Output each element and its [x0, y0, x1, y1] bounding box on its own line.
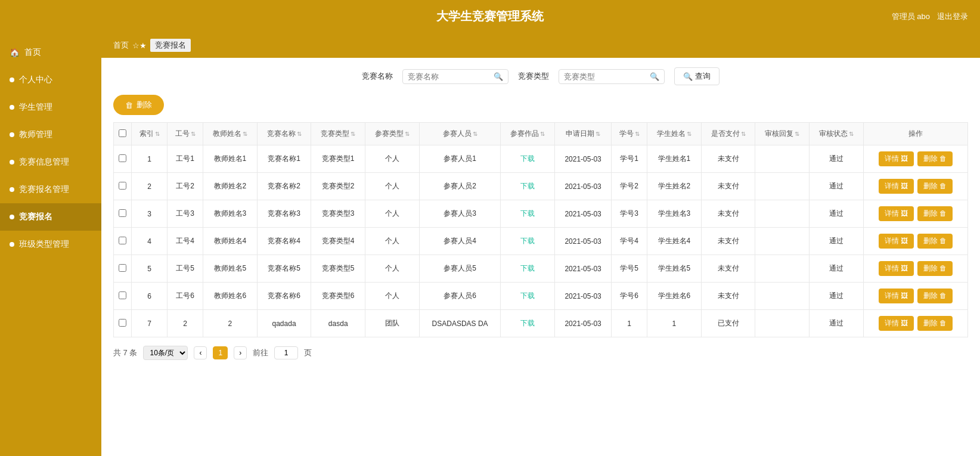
- cell-paid: 未支付: [701, 145, 755, 173]
- cell-date: 2021-05-03: [555, 200, 612, 228]
- detail-button[interactable]: 详情 🖼: [879, 179, 914, 194]
- cell-comp-name: qadada: [257, 310, 311, 337]
- prev-page-button[interactable]: ‹: [194, 346, 207, 359]
- select-all-checkbox[interactable]: [119, 129, 126, 137]
- cell-work[interactable]: 下载: [501, 145, 555, 173]
- cell-work[interactable]: 下载: [501, 283, 555, 310]
- cell-action: 详情 🖼 删除 🗑: [863, 310, 967, 337]
- th-stu-no: 学号⇅: [612, 123, 647, 145]
- search-name-wrap: 🔍: [402, 69, 508, 84]
- download-link[interactable]: 下载: [520, 209, 535, 218]
- detail-button[interactable]: 详情 🖼: [879, 289, 914, 303]
- logout-button[interactable]: 退出登录: [937, 11, 968, 22]
- pagination: 共 7 条 10条/页 20条/页 50条/页 ‹ 1 › 前往 页: [113, 346, 968, 360]
- table-row: 7 2 2 qadada dasda 团队 DSADASDAS DA 下载 20…: [114, 310, 968, 337]
- main-content: 首页 ☆★ 竞赛报名 竞赛名称 🔍 竞赛类型 🔍 🔍 查询: [101, 33, 980, 456]
- row-checkbox[interactable]: [119, 237, 126, 244]
- search-name-input[interactable]: [408, 72, 491, 81]
- sidebar-item-class-type[interactable]: 班级类型管理: [0, 231, 101, 258]
- delete-row-button[interactable]: 删除 🗑: [917, 179, 953, 194]
- page-1-button[interactable]: 1: [213, 346, 228, 359]
- table-row: 4 工号4 教师姓名4 竞赛名称4 竞赛类型4 个人 参赛人员4 下载 2021…: [114, 228, 968, 255]
- delete-row-button[interactable]: 删除 🗑: [917, 151, 953, 166]
- cell-date: 2021-05-03: [555, 283, 612, 310]
- cell-stu-no: 学号2: [612, 173, 647, 200]
- cell-entry-type: 个人: [365, 173, 420, 200]
- row-checkbox[interactable]: [119, 319, 126, 327]
- th-participants: 参赛人员⇅: [419, 123, 501, 145]
- cell-review-reply: [755, 200, 810, 228]
- download-link[interactable]: 下载: [520, 291, 535, 300]
- row-checkbox-cell: [114, 228, 132, 255]
- sidebar-item-competition-info[interactable]: 竞赛信息管理: [0, 148, 101, 176]
- row-checkbox-cell: [114, 200, 132, 228]
- cell-date: 2021-05-03: [555, 145, 612, 173]
- cell-comp-type: 竞赛类型5: [311, 255, 365, 283]
- th-action: 操作: [863, 123, 967, 145]
- detail-button[interactable]: 详情 🖼: [879, 234, 914, 249]
- cell-action: 详情 🖼 删除 🗑: [863, 283, 967, 310]
- detail-button[interactable]: 详情 🖼: [879, 151, 914, 166]
- cell-stu-name: 学生姓名6: [647, 283, 702, 310]
- delete-icon: 🗑: [125, 101, 133, 110]
- cell-index: 5: [132, 255, 168, 283]
- sidebar-item-label: 班级类型管理: [19, 239, 69, 250]
- download-link[interactable]: 下载: [520, 237, 535, 245]
- cell-paid: 未支付: [701, 283, 755, 310]
- delete-row-button[interactable]: 删除 🗑: [917, 261, 953, 276]
- cell-comp-type: 竞赛类型4: [311, 228, 365, 255]
- delete-row-button[interactable]: 删除 🗑: [917, 206, 953, 221]
- row-checkbox-cell: [114, 283, 132, 310]
- detail-button[interactable]: 详情 🖼: [879, 261, 914, 276]
- sidebar-item-home[interactable]: 🏠 首页: [0, 39, 101, 66]
- cell-participants: 参赛人员6: [419, 283, 501, 310]
- user-label: 管理员 abo: [892, 11, 930, 22]
- goto-page-input[interactable]: [274, 346, 298, 359]
- delete-row-button[interactable]: 删除 🗑: [917, 289, 953, 303]
- cell-entry-type: 个人: [365, 283, 420, 310]
- dot-icon: [10, 77, 14, 82]
- download-link[interactable]: 下载: [520, 319, 535, 327]
- cell-paid: 未支付: [701, 255, 755, 283]
- cell-paid: 未支付: [701, 228, 755, 255]
- cell-work[interactable]: 下载: [501, 173, 555, 200]
- sidebar-item-student[interactable]: 学生管理: [0, 94, 101, 121]
- row-checkbox[interactable]: [119, 209, 126, 217]
- row-checkbox[interactable]: [119, 264, 126, 272]
- download-link[interactable]: 下载: [520, 154, 535, 163]
- batch-delete-button[interactable]: 🗑 删除: [113, 95, 164, 115]
- cell-participants: 参赛人员1: [419, 145, 501, 173]
- cell-index: 7: [132, 310, 168, 337]
- cell-entry-type: 个人: [365, 228, 420, 255]
- cell-work[interactable]: 下载: [501, 200, 555, 228]
- delete-row-button[interactable]: 删除 🗑: [917, 316, 953, 331]
- page-size-select[interactable]: 10条/页 20条/页 50条/页: [143, 346, 188, 360]
- breadcrumb-home[interactable]: 首页: [113, 40, 129, 51]
- search-button[interactable]: 🔍 查询: [674, 67, 720, 85]
- cell-work[interactable]: 下载: [501, 228, 555, 255]
- download-link[interactable]: 下载: [520, 264, 535, 272]
- sidebar-item-label: 竞赛报名: [19, 212, 52, 222]
- row-checkbox[interactable]: [119, 154, 126, 162]
- row-checkbox[interactable]: [119, 291, 126, 299]
- next-page-button[interactable]: ›: [234, 346, 247, 359]
- detail-button[interactable]: 详情 🖼: [879, 316, 914, 331]
- sidebar-item-personal[interactable]: 个人中心: [0, 66, 101, 94]
- cell-review-status: 通过: [810, 145, 864, 173]
- cell-work[interactable]: 下载: [501, 255, 555, 283]
- cell-stu-no: 学号4: [612, 228, 647, 255]
- download-link[interactable]: 下载: [520, 182, 535, 190]
- sidebar-item-competition-reg[interactable]: 竞赛报名管理: [0, 176, 101, 203]
- delete-row-button[interactable]: 删除 🗑: [917, 234, 953, 249]
- search-type-input[interactable]: [564, 72, 647, 81]
- cell-stu-name: 学生姓名1: [647, 145, 702, 173]
- sidebar-item-competition-signup[interactable]: 竞赛报名: [0, 203, 101, 231]
- detail-button[interactable]: 详情 🖼: [879, 206, 914, 221]
- row-checkbox-cell: [114, 145, 132, 173]
- sidebar-item-teacher[interactable]: 教师管理: [0, 121, 101, 148]
- table-row: 2 工号2 教师姓名2 竞赛名称2 竞赛类型2 个人 参赛人员2 下载 2021…: [114, 173, 968, 200]
- cell-review-status: 通过: [810, 283, 864, 310]
- cell-participants: 参赛人员4: [419, 228, 501, 255]
- row-checkbox[interactable]: [119, 182, 126, 190]
- cell-work[interactable]: 下载: [501, 310, 555, 337]
